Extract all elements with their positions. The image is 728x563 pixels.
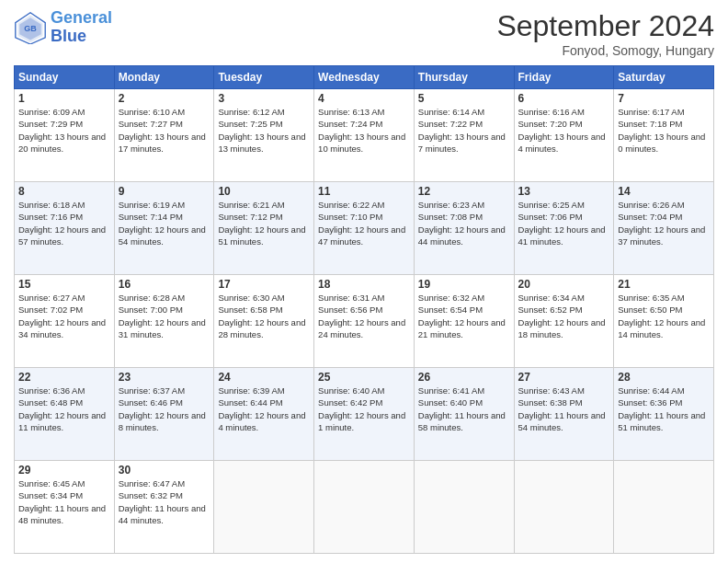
day-number: 26 [418, 371, 510, 384]
cell-info: Sunrise: 6:37 AMSunset: 6:46 PMDaylight:… [119, 385, 210, 433]
day-number: 2 [119, 92, 210, 105]
day-number: 27 [518, 371, 610, 384]
cell-info: Sunrise: 6:18 AMSunset: 7:16 PMDaylight:… [18, 199, 110, 247]
cell-info: Sunrise: 6:28 AMSunset: 7:00 PMDaylight:… [119, 292, 210, 340]
day-number: 1 [18, 92, 110, 105]
cell-info: Sunrise: 6:26 AMSunset: 7:04 PMDaylight:… [618, 199, 710, 247]
calendar-cell: 13Sunrise: 6:25 AMSunset: 7:06 PMDayligh… [514, 182, 614, 275]
cell-info: Sunrise: 6:13 AMSunset: 7:24 PMDaylight:… [318, 106, 410, 155]
location: Fonyod, Somogy, Hungary [496, 43, 714, 58]
cell-info: Sunrise: 6:45 AMSunset: 6:34 PMDaylight:… [18, 477, 110, 526]
cell-info: Sunrise: 6:40 AMSunset: 6:42 PMDaylight:… [318, 385, 410, 433]
calendar-week-4: 22Sunrise: 6:36 AMSunset: 6:48 PMDayligh… [15, 368, 714, 461]
cell-info: Sunrise: 6:23 AMSunset: 7:08 PMDaylight:… [418, 199, 510, 247]
calendar-cell: 14Sunrise: 6:26 AMSunset: 7:04 PMDayligh… [614, 182, 714, 275]
cell-info: Sunrise: 6:34 AMSunset: 6:52 PMDaylight:… [518, 292, 610, 340]
calendar-cell: 3Sunrise: 6:12 AMSunset: 7:25 PMDaylight… [214, 89, 314, 182]
cell-info: Sunrise: 6:41 AMSunset: 6:40 PMDaylight:… [418, 385, 510, 433]
day-number: 13 [518, 185, 610, 198]
calendar-cell [514, 461, 614, 554]
calendar-table: SundayMondayTuesdayWednesdayThursdayFrid… [14, 65, 714, 554]
calendar-week-3: 15Sunrise: 6:27 AMSunset: 7:02 PMDayligh… [15, 275, 714, 368]
title-block: September 2024 Fonyod, Somogy, Hungary [496, 9, 714, 58]
cell-info: Sunrise: 6:47 AMSunset: 6:32 PMDaylight:… [119, 477, 210, 526]
calendar-cell: 29Sunrise: 6:45 AMSunset: 6:34 PMDayligh… [15, 461, 115, 554]
svg-text:GB: GB [24, 23, 37, 32]
day-number: 8 [18, 185, 110, 198]
day-header-wednesday: Wednesday [314, 66, 415, 89]
cell-info: Sunrise: 6:10 AMSunset: 7:27 PMDaylight:… [119, 106, 210, 155]
calendar-cell [314, 461, 415, 554]
calendar-week-1: 1Sunrise: 6:09 AMSunset: 7:29 PMDaylight… [15, 89, 714, 182]
calendar-cell: 23Sunrise: 6:37 AMSunset: 6:46 PMDayligh… [114, 368, 214, 461]
calendar-cell: 24Sunrise: 6:39 AMSunset: 6:44 PMDayligh… [214, 368, 314, 461]
day-number: 25 [318, 371, 410, 384]
calendar-cell: 17Sunrise: 6:30 AMSunset: 6:58 PMDayligh… [214, 275, 314, 368]
cell-info: Sunrise: 6:09 AMSunset: 7:29 PMDaylight:… [18, 106, 110, 155]
cell-info: Sunrise: 6:17 AMSunset: 7:18 PMDaylight:… [618, 106, 710, 155]
calendar-cell: 16Sunrise: 6:28 AMSunset: 7:00 PMDayligh… [114, 275, 214, 368]
calendar-cell: 27Sunrise: 6:43 AMSunset: 6:38 PMDayligh… [514, 368, 614, 461]
day-header-saturday: Saturday [614, 66, 714, 89]
day-header-monday: Monday [114, 66, 214, 89]
cell-info: Sunrise: 6:22 AMSunset: 7:10 PMDaylight:… [318, 199, 410, 247]
calendar-cell: 6Sunrise: 6:16 AMSunset: 7:20 PMDaylight… [514, 89, 614, 182]
day-number: 17 [218, 278, 310, 291]
day-number: 5 [418, 92, 510, 105]
cell-info: Sunrise: 6:19 AMSunset: 7:14 PMDaylight:… [119, 199, 210, 247]
cell-info: Sunrise: 6:25 AMSunset: 7:06 PMDaylight:… [518, 199, 610, 247]
calendar-cell: 2Sunrise: 6:10 AMSunset: 7:27 PMDaylight… [114, 89, 214, 182]
logo-text: General Blue [51, 9, 112, 46]
day-number: 29 [18, 464, 110, 477]
calendar-cell: 9Sunrise: 6:19 AMSunset: 7:14 PMDaylight… [114, 182, 214, 275]
day-header-tuesday: Tuesday [214, 66, 314, 89]
page: GB General Blue September 2024 Fonyod, S… [0, 0, 728, 563]
day-number: 4 [318, 92, 410, 105]
day-number: 30 [119, 464, 210, 477]
calendar-cell: 18Sunrise: 6:31 AMSunset: 6:56 PMDayligh… [314, 275, 415, 368]
day-number: 20 [518, 278, 610, 291]
cell-info: Sunrise: 6:16 AMSunset: 7:20 PMDaylight:… [518, 106, 610, 155]
day-number: 28 [618, 371, 710, 384]
day-number: 6 [518, 92, 610, 105]
day-number: 12 [418, 185, 510, 198]
logo-icon: GB [14, 11, 47, 44]
cell-info: Sunrise: 6:39 AMSunset: 6:44 PMDaylight:… [218, 385, 310, 433]
cell-info: Sunrise: 6:44 AMSunset: 6:36 PMDaylight:… [618, 385, 710, 433]
cell-info: Sunrise: 6:36 AMSunset: 6:48 PMDaylight:… [18, 385, 110, 433]
calendar-cell: 10Sunrise: 6:21 AMSunset: 7:12 PMDayligh… [214, 182, 314, 275]
calendar-cell [414, 461, 514, 554]
calendar-cell: 5Sunrise: 6:14 AMSunset: 7:22 PMDaylight… [414, 89, 514, 182]
calendar-week-2: 8Sunrise: 6:18 AMSunset: 7:16 PMDaylight… [15, 182, 714, 275]
cell-info: Sunrise: 6:43 AMSunset: 6:38 PMDaylight:… [518, 385, 610, 433]
day-number: 21 [618, 278, 710, 291]
day-number: 10 [218, 185, 310, 198]
cell-info: Sunrise: 6:31 AMSunset: 6:56 PMDaylight:… [318, 292, 410, 340]
day-number: 3 [218, 92, 310, 105]
cell-info: Sunrise: 6:30 AMSunset: 6:58 PMDaylight:… [218, 292, 310, 340]
calendar-cell: 25Sunrise: 6:40 AMSunset: 6:42 PMDayligh… [314, 368, 415, 461]
calendar-cell: 4Sunrise: 6:13 AMSunset: 7:24 PMDaylight… [314, 89, 415, 182]
calendar-cell: 30Sunrise: 6:47 AMSunset: 6:32 PMDayligh… [114, 461, 214, 554]
calendar-week-5: 29Sunrise: 6:45 AMSunset: 6:34 PMDayligh… [15, 461, 714, 554]
day-header-thursday: Thursday [414, 66, 514, 89]
day-number: 7 [618, 92, 710, 105]
day-number: 14 [618, 185, 710, 198]
day-number: 19 [418, 278, 510, 291]
calendar-cell: 28Sunrise: 6:44 AMSunset: 6:36 PMDayligh… [614, 368, 714, 461]
calendar-cell: 21Sunrise: 6:35 AMSunset: 6:50 PMDayligh… [614, 275, 714, 368]
day-number: 22 [18, 371, 110, 384]
calendar-cell: 11Sunrise: 6:22 AMSunset: 7:10 PMDayligh… [314, 182, 415, 275]
calendar-cell: 19Sunrise: 6:32 AMSunset: 6:54 PMDayligh… [414, 275, 514, 368]
cell-info: Sunrise: 6:12 AMSunset: 7:25 PMDaylight:… [218, 106, 310, 155]
calendar-cell: 15Sunrise: 6:27 AMSunset: 7:02 PMDayligh… [15, 275, 115, 368]
calendar-cell: 22Sunrise: 6:36 AMSunset: 6:48 PMDayligh… [15, 368, 115, 461]
calendar-cell: 26Sunrise: 6:41 AMSunset: 6:40 PMDayligh… [414, 368, 514, 461]
logo: GB General Blue [14, 9, 112, 46]
day-number: 16 [119, 278, 210, 291]
calendar-cell: 8Sunrise: 6:18 AMSunset: 7:16 PMDaylight… [15, 182, 115, 275]
calendar-cell [214, 461, 314, 554]
calendar-cell: 7Sunrise: 6:17 AMSunset: 7:18 PMDaylight… [614, 89, 714, 182]
cell-info: Sunrise: 6:35 AMSunset: 6:50 PMDaylight:… [618, 292, 710, 340]
header: GB General Blue September 2024 Fonyod, S… [14, 9, 714, 58]
